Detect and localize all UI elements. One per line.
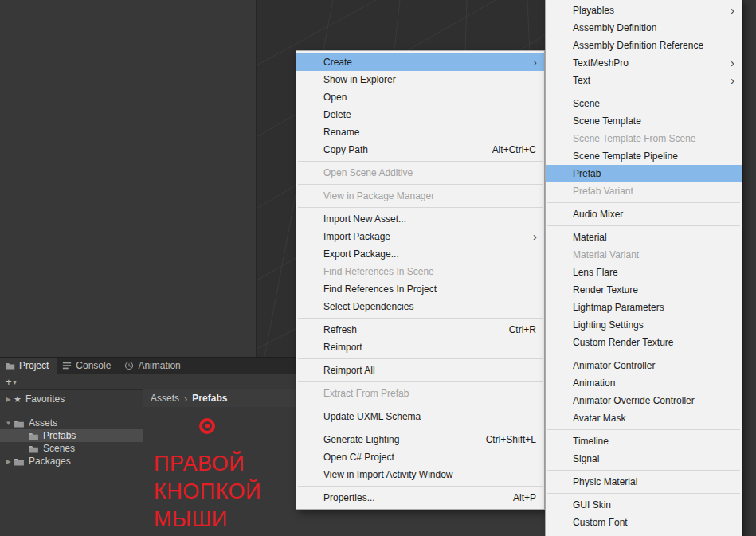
foldout-down-icon[interactable]: ▼ [3,420,14,427]
menu-item-gui-skin[interactable]: GUI Skin [546,496,742,514]
foldout-right-icon[interactable]: ▶ [3,396,14,403]
menu-item-rename[interactable]: Rename [296,123,544,141]
menu-item-custom-render-texture[interactable]: Custom Render Texture [546,334,742,351]
menu-item-label: GUI Skin [573,499,611,511]
submenu-arrow-icon: › [533,228,537,245]
menu-item-reimport[interactable]: Reimport [296,338,544,356]
menu-item-scene-template[interactable]: Scene Template [546,112,742,130]
tree-item-prefabs[interactable]: Prefabs [0,429,143,442]
menu-separator [298,207,543,208]
tree-item-label: Favorites [25,393,65,405]
annotation-line: КНОПКОЙ [154,478,261,506]
menu-item-prefab[interactable]: Prefab [546,165,742,182]
menu-item-properties[interactable]: Properties...Alt+P [296,489,544,507]
menu-item-open-scene-additive: Open Scene Additive [296,164,544,182]
menu-item-avatar-mask[interactable]: Avatar Mask [546,409,742,427]
context-menu: Create›Show in ExplorerOpenDeleteRenameC… [296,50,545,510]
tab-animation[interactable]: Animation [119,358,188,374]
tab-console[interactable]: Console [57,358,119,374]
menu-item-label: Update UXML Schema [323,411,421,422]
tree-item-assets[interactable]: ▼Assets [0,417,143,429]
menu-item-audio-mixer[interactable]: Audio Mixer [546,205,742,223]
annotation-text: ПРАВОЙ КНОПКОЙ МЫШИ [154,450,261,534]
menu-item-shortcut: Ctrl+R [509,321,536,338]
menu-separator [298,405,543,405]
menu-item-label: Scene [573,98,600,109]
menu-item-material[interactable]: Material [546,229,742,246]
menu-item-find-references-in-scene: Find References In Scene [296,263,544,280]
tree-item-label: Prefabs [43,430,76,441]
menu-item-label: Scene Template Pipeline [573,151,678,162]
menu-item-physic-material[interactable]: Physic Material [546,473,742,491]
menu-item-playables[interactable]: Playables› [546,2,742,19]
tab-label: Project [19,360,49,371]
menu-separator [547,354,740,354]
foldout-right-icon[interactable]: ▶ [3,458,14,465]
menu-item-refresh[interactable]: RefreshCtrl+R [296,321,544,338]
tree-item-favorites[interactable]: ▶★Favorites [0,393,143,405]
menu-item-show-in-explorer[interactable]: Show in Explorer [296,71,544,88]
menu-item-export-package[interactable]: Export Package... [296,245,544,263]
menu-item-custom-font[interactable]: Custom Font [546,514,742,531]
tab-label: Animation [138,360,180,371]
menu-item-timeline[interactable]: Timeline [546,432,742,450]
folder-icon [28,444,39,453]
menu-item-label: Custom Font [573,517,628,528]
star-icon: ★ [14,395,22,404]
breadcrumb-assets[interactable]: Assets [151,393,179,404]
tab-project[interactable]: Project [0,358,57,374]
menu-item-label: Text [573,75,590,86]
menu-item-select-dependencies[interactable]: Select Dependencies [296,298,544,315]
menu-item-import-new-asset[interactable]: Import New Asset... [296,210,544,228]
menu-item-text[interactable]: Text› [546,72,742,89]
menu-item-label: Import Package [323,231,390,242]
menu-item-import-package[interactable]: Import Package› [296,228,544,245]
project-tab-icon [6,361,15,370]
menu-item-label: Create [323,57,352,68]
menu-item-label: Find References In Project [323,284,437,295]
tree-item-packages[interactable]: ▶Packages [0,455,143,468]
menu-separator [298,161,543,162]
menu-item-label: Import New Asset... [323,213,406,225]
create-asset-button[interactable]: + ▾ [6,377,17,387]
animation-tab-icon [124,361,134,370]
menu-item-render-texture[interactable]: Render Texture [546,281,742,299]
menu-item-label: Assembly Definition [573,22,656,33]
menu-item-copy-path[interactable]: Copy PathAlt+Ctrl+C [296,141,544,158]
folder-icon [28,432,39,440]
menu-item-open-c-project[interactable]: Open C# Project [296,448,544,466]
annotation-right-mouse: ПРАВОЙ КНОПКОЙ МЫШИ [154,418,261,534]
menu-item-label: Audio Mixer [573,209,623,220]
menu-item-view-in-import-activity-window[interactable]: View in Import Activity Window [296,466,544,483]
menu-item-label: Scene Template From Scene [573,133,696,144]
menu-item-update-uxml-schema[interactable]: Update UXML Schema [296,408,544,425]
menu-item-label: Open Scene Additive [323,167,413,178]
menu-item-label: Delete [323,109,351,120]
menu-separator [547,92,740,92]
menu-item-lightmap-parameters[interactable]: Lightmap Parameters [546,299,742,316]
menu-item-signal[interactable]: Signal [546,450,742,468]
menu-item-animation[interactable]: Animation [546,374,742,392]
menu-item-animator-override-controller[interactable]: Animator Override Controller [546,392,742,409]
menu-item-textmeshpro[interactable]: TextMeshPro› [546,54,742,72]
menu-item-animator-controller[interactable]: Animator Controller [546,357,742,374]
menu-item-label: TextMeshPro [573,57,629,68]
menu-item-label: Show in Explorer [323,74,396,85]
menu-item-scene[interactable]: Scene [546,95,742,112]
menu-item-lighting-settings[interactable]: Lighting Settings [546,316,742,334]
menu-item-delete[interactable]: Delete [296,106,544,123]
menu-item-open[interactable]: Open [296,88,544,106]
menu-item-find-references-in-project[interactable]: Find References In Project [296,280,544,298]
menu-item-scene-template-pipeline[interactable]: Scene Template Pipeline [546,147,742,165]
tree-item-scenes[interactable]: Scenes [0,442,143,455]
menu-item-assembly-definition-reference[interactable]: Assembly Definition Reference [546,37,742,54]
menu-item-reimport-all[interactable]: Reimport All [296,362,544,379]
menu-item-label: Rename [323,127,359,138]
submenu-arrow-icon: › [731,54,734,72]
menu-item-label: Custom Render Texture [573,337,674,348]
menu-item-lens-flare[interactable]: Lens Flare [546,264,742,281]
menu-item-assembly-definition[interactable]: Assembly Definition [546,19,742,37]
menu-item-create[interactable]: Create› [296,53,544,71]
menu-item-generate-lighting[interactable]: Generate LightingCtrl+Shift+L [296,431,544,448]
breadcrumb-prefabs[interactable]: Prefabs [192,393,227,404]
